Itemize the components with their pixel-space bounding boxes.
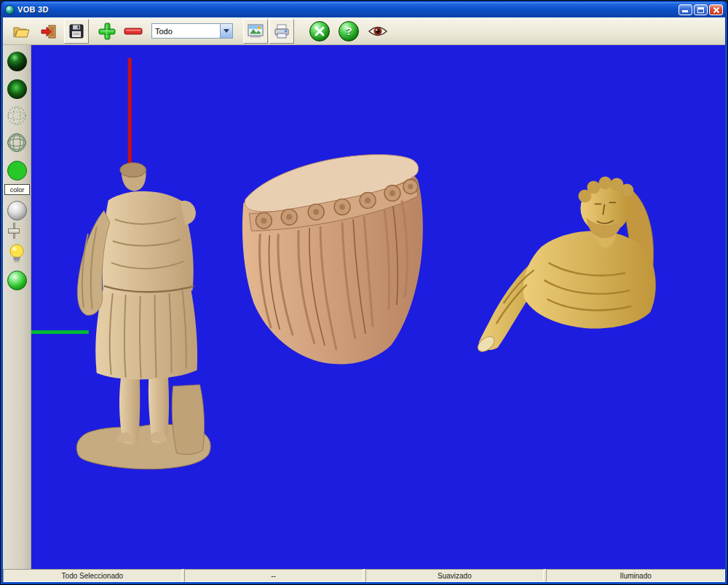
status-panel-lighting: Iluminado bbox=[546, 569, 725, 582]
render-flat-color-button[interactable] bbox=[6, 159, 28, 181]
z-axis-line-red bbox=[128, 58, 132, 170]
floppy-disk-icon bbox=[68, 23, 84, 39]
green-plus-icon bbox=[98, 22, 116, 41]
intensity-slider[interactable] bbox=[6, 221, 22, 240]
model-selector-combobox[interactable]: Todo bbox=[151, 23, 233, 39]
restore-button[interactable] bbox=[694, 4, 708, 15]
render-points-button[interactable] bbox=[6, 105, 28, 127]
lightbulb-icon bbox=[9, 244, 25, 263]
help-orb-icon: ? bbox=[339, 21, 359, 41]
exit-button[interactable] bbox=[36, 19, 61, 44]
mesh-sphere-icon bbox=[7, 132, 27, 153]
statue-headless-figure[interactable] bbox=[76, 163, 210, 469]
render-wireframe-button[interactable] bbox=[6, 132, 28, 154]
light-button[interactable] bbox=[6, 242, 28, 264]
print-button[interactable] bbox=[269, 19, 294, 44]
close-icon bbox=[710, 5, 722, 15]
window-controls bbox=[678, 4, 723, 15]
restore-icon bbox=[697, 7, 704, 13]
help-glyph: ? bbox=[345, 25, 352, 36]
sidebar: color bbox=[3, 45, 31, 569]
app-window: VOB 3D bbox=[0, 0, 728, 585]
open-folder-icon bbox=[12, 23, 31, 39]
render-glossy-button[interactable] bbox=[6, 269, 28, 291]
view-button[interactable] bbox=[365, 19, 390, 44]
slider-handle[interactable] bbox=[8, 228, 20, 234]
image-icon bbox=[247, 23, 264, 39]
save-button[interactable] bbox=[64, 19, 89, 44]
exit-door-icon bbox=[40, 23, 58, 39]
titlebar[interactable]: VOB 3D bbox=[2, 2, 726, 17]
minimize-icon bbox=[682, 10, 688, 12]
toolbar: Todo bbox=[3, 17, 725, 45]
eye-icon bbox=[368, 25, 388, 38]
red-minus-icon bbox=[124, 27, 143, 36]
green-sphere-icon bbox=[7, 271, 27, 290]
dropdown-arrow-icon bbox=[223, 29, 229, 33]
status-panel-selection: Todo Seleccionado bbox=[3, 569, 182, 582]
dotted-sphere-icon bbox=[7, 106, 27, 126]
x-axis-line-green bbox=[31, 330, 89, 334]
minimize-button[interactable] bbox=[678, 4, 692, 15]
window-title: VOB 3D bbox=[17, 5, 678, 14]
statusbar: Todo Seleccionado -- Suavizado Iluminado bbox=[3, 569, 725, 582]
render-shaded-button[interactable] bbox=[6, 78, 28, 100]
open-file-button[interactable] bbox=[9, 19, 33, 44]
viewport-3d[interactable] bbox=[31, 45, 725, 569]
help-button[interactable]: ? bbox=[336, 19, 361, 44]
green-circle-icon bbox=[7, 161, 27, 180]
tools-button[interactable] bbox=[307, 19, 332, 44]
combobox-dropdown-button[interactable] bbox=[220, 24, 232, 38]
app-icon bbox=[5, 5, 15, 15]
remove-model-button[interactable] bbox=[121, 19, 146, 44]
add-model-button[interactable] bbox=[95, 19, 119, 44]
3d-scene bbox=[31, 45, 725, 569]
status-panel-smoothing: Suavizado bbox=[365, 569, 545, 582]
color-mode-button[interactable]: color bbox=[4, 184, 30, 195]
render-solid-dark-button[interactable] bbox=[6, 50, 28, 72]
color-button-label: color bbox=[10, 186, 25, 194]
status-panel-info: -- bbox=[184, 569, 363, 582]
combobox-value: Todo bbox=[152, 27, 220, 36]
gray-sphere-icon bbox=[7, 201, 27, 220]
statue-torso-fragment[interactable] bbox=[242, 154, 423, 364]
snapshot-button[interactable] bbox=[243, 19, 268, 44]
light-off-button[interactable] bbox=[6, 199, 28, 221]
statue-bust-with-arm[interactable] bbox=[475, 176, 656, 354]
close-button[interactable] bbox=[709, 4, 723, 15]
main-area: color bbox=[3, 45, 725, 569]
printer-icon bbox=[273, 23, 290, 39]
dark-sphere-icon bbox=[7, 79, 27, 99]
dark-green-sphere-icon bbox=[7, 52, 27, 71]
tools-orb-icon bbox=[309, 21, 330, 41]
